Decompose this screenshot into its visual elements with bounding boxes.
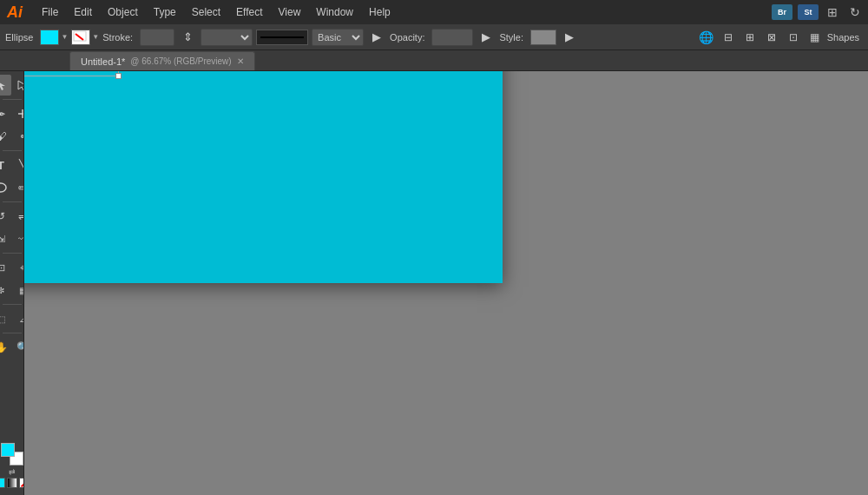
sync-icon[interactable]: ↻ — [845, 3, 865, 22]
selection-tools — [0, 75, 24, 96]
slice-tool[interactable]: ⊿ — [12, 308, 24, 329]
line-tool[interactable]: ╲ — [12, 155, 24, 175]
style-expand-icon[interactable]: ▶ — [560, 28, 579, 47]
tab-bar: Untitled-1* @ 66.67% (RGB/Preview) ✕ — [0, 50, 868, 71]
select-tool[interactable] — [0, 75, 11, 96]
rotate-tool[interactable]: ↺ — [0, 206, 11, 227]
fill-color-box[interactable] — [40, 30, 59, 45]
menu-view[interactable]: View — [272, 4, 308, 20]
add-anchor-tool[interactable] — [12, 103, 24, 124]
distribute-icon[interactable]: ⊠ — [762, 28, 781, 47]
tool-separator-1 — [3, 99, 22, 100]
direct-select-tool[interactable] — [12, 75, 24, 96]
color-mode-row — [0, 478, 24, 488]
spray-tools: ✼ ▦ — [0, 280, 24, 300]
menu-bar: Ai File Edit Object Type Select Effect V… — [0, 0, 868, 24]
ellipse-shape — [24, 71, 119, 76]
opacity-expand-icon[interactable]: ▶ — [477, 28, 496, 47]
menu-effect[interactable]: Effect — [229, 4, 269, 20]
stroke-color-group: ▼ — [71, 30, 99, 45]
scale-tool[interactable]: ⇲ — [0, 228, 11, 249]
free-transform-tool[interactable]: ⊡ — [0, 257, 11, 278]
svg-rect-0 — [74, 31, 86, 41]
artboard-tools: ⬚ ⊿ — [0, 308, 24, 329]
stroke-icon-svg — [73, 30, 89, 43]
shapes-label: Shapes — [827, 32, 859, 43]
nav-tools: ✋ 🔍 — [0, 337, 24, 358]
pen-tool[interactable]: ✒ — [0, 103, 11, 124]
align-icon[interactable]: ⊟ — [719, 28, 738, 47]
canvas-area[interactable] — [24, 71, 868, 495]
menu-edit[interactable]: Edit — [67, 4, 99, 20]
menu-window[interactable]: Window — [309, 4, 360, 20]
document-tab[interactable]: Untitled-1* @ 66.67% (RGB/Preview) ✕ — [69, 51, 255, 70]
artboard-tool[interactable]: ⬚ — [0, 308, 11, 329]
type-tool[interactable]: T — [0, 155, 11, 175]
fill-dropdown-arrow[interactable]: ▼ — [61, 33, 68, 41]
fill-color-mode-icon[interactable] — [0, 478, 5, 488]
swap-colors-icon[interactable]: ⇄ — [9, 467, 16, 476]
style-label: Style: — [499, 32, 523, 43]
workspace-grid-icon[interactable]: ⊞ — [823, 3, 842, 22]
fill-indicator: ▼ — [40, 30, 68, 45]
puppet-warp-tool[interactable]: ⌖ — [12, 257, 24, 278]
tab-close-btn[interactable]: ✕ — [237, 56, 244, 66]
menu-select[interactable]: Select — [185, 4, 227, 20]
pen-tools: ✒ — [0, 103, 24, 124]
distribute2-icon[interactable]: ⊡ — [784, 28, 803, 47]
warp-tool[interactable]: 〰 — [12, 228, 24, 249]
chart-icon[interactable]: ▦ — [806, 28, 825, 47]
svg-marker-3 — [18, 81, 24, 90]
app-logo: Ai — [3, 3, 26, 22]
handle-bottom-right[interactable] — [115, 73, 122, 79]
symbol-sprayer-tool[interactable]: ✼ — [0, 280, 11, 300]
stroke-up-down[interactable]: ⇕ — [178, 28, 197, 47]
transform-icon[interactable]: ⊞ — [740, 28, 760, 47]
stroke-width-input[interactable] — [140, 29, 174, 46]
bridge-icon[interactable]: Br — [772, 4, 792, 20]
zoom-tool[interactable]: 🔍 — [12, 337, 24, 358]
ellipse-tool[interactable] — [0, 177, 11, 198]
shape-type-label: Ellipse — [5, 32, 33, 43]
color-swatches: ⇄ — [0, 443, 24, 492]
main-area: ✒ 🖌 ⚭ T ╲ ✏ ↺ ⇌ — [0, 71, 868, 495]
gradient-mode-icon[interactable] — [7, 478, 17, 488]
hand-tool[interactable]: ✋ — [0, 337, 11, 358]
stroke-expand-icon[interactable]: ▶ — [367, 28, 386, 47]
stroke-dropdown-arrow[interactable]: ▼ — [92, 33, 99, 41]
fill-stroke-stack — [1, 443, 23, 465]
tool-separator-4 — [3, 253, 22, 254]
tab-title: Untitled-1* — [81, 56, 125, 67]
menu-file[interactable]: File — [35, 4, 65, 20]
paintbrush-tool[interactable]: 🖌 — [0, 126, 11, 147]
globe-icon[interactable]: 🌐 — [697, 28, 716, 47]
reflect-tool[interactable]: ⇌ — [12, 206, 24, 227]
column-graph-tool[interactable]: ▦ — [12, 280, 24, 300]
transform-tools: ↺ ⇌ — [0, 206, 24, 227]
tool-separator-5 — [3, 304, 22, 305]
stroke-style-dropdown[interactable]: Basic — [312, 29, 364, 46]
tool-separator-2 — [3, 150, 22, 151]
scale-tools: ⇲ 〰 — [0, 228, 24, 249]
style-box[interactable] — [530, 30, 556, 45]
tool-separator-6 — [3, 333, 22, 333]
blob-brush-tool[interactable]: ⚭ — [12, 126, 24, 147]
fill-swatch[interactable] — [1, 443, 15, 457]
options-toolbar: Ellipse ▼ ▼ Stroke: ⇕ Basic ▶ Opacity: 1… — [0, 24, 868, 50]
ellipse-container[interactable] — [24, 71, 119, 76]
stroke-preview — [256, 30, 308, 45]
svg-marker-2 — [0, 81, 5, 90]
stroke-options-dropdown[interactable] — [201, 29, 253, 46]
pencil-tool[interactable]: ✏ — [12, 177, 24, 198]
artboard-wrapper — [24, 71, 868, 495]
stroke-line — [260, 36, 304, 38]
tool-separator-3 — [3, 201, 22, 202]
left-toolbar: ✒ 🖌 ⚭ T ╲ ✏ ↺ ⇌ — [0, 71, 24, 495]
stock-icon[interactable]: St — [798, 4, 819, 20]
menu-help[interactable]: Help — [362, 4, 398, 20]
menu-type[interactable]: Type — [147, 4, 183, 20]
opacity-input[interactable]: 100% — [431, 29, 473, 46]
stroke-label: Stroke: — [102, 32, 133, 43]
menu-object[interactable]: Object — [101, 4, 145, 20]
stroke-color-icon[interactable] — [71, 30, 90, 45]
